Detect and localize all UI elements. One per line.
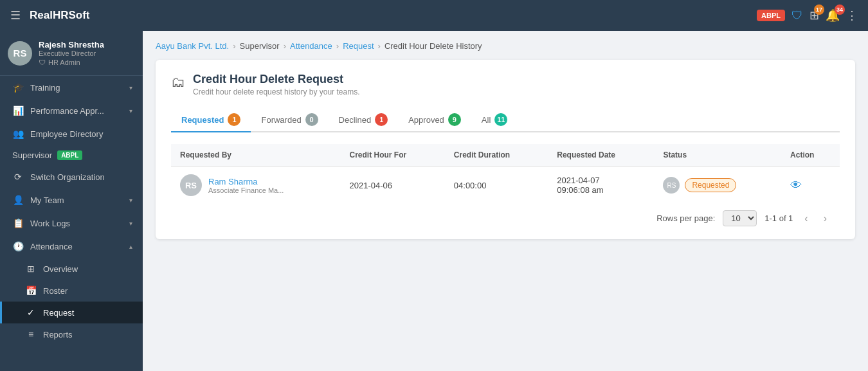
view-action-icon[interactable]: 👁 bbox=[790, 179, 802, 192]
notification-bell[interactable]: 🔔 34 bbox=[826, 8, 840, 23]
roster-label: Roster bbox=[43, 286, 68, 296]
sidebar-item-switch-org[interactable]: ⟳ Switch Organization bbox=[0, 165, 143, 188]
tab-declined-count: 1 bbox=[375, 113, 388, 126]
roster-icon: 📅 bbox=[25, 285, 37, 296]
breadcrumb-sep-1: › bbox=[233, 41, 235, 51]
avatar-initials: RS bbox=[14, 48, 27, 59]
chevron-up-icon: ▴ bbox=[129, 243, 132, 250]
page-title: Credit Hour Delete Request bbox=[193, 73, 359, 86]
breadcrumb-current: Credit Hour Delete History bbox=[384, 41, 482, 51]
page-subtitle: Credit hour delete request history by yo… bbox=[193, 87, 359, 96]
page-header-text: Credit Hour Delete Request Credit hour d… bbox=[193, 73, 359, 96]
employee-info: Ram Sharma Associate Finance Ma... bbox=[208, 177, 284, 194]
directory-icon: 👥 bbox=[12, 129, 24, 139]
breadcrumb-supervisor: Supervisor bbox=[240, 41, 280, 51]
tab-declined[interactable]: Declined 1 bbox=[329, 108, 399, 132]
tab-requested[interactable]: Requested 1 bbox=[171, 108, 251, 132]
sidebar-item-reports[interactable]: ≡ Reports bbox=[0, 323, 143, 345]
requested-date-line1: 2021-04-07 bbox=[557, 176, 645, 185]
tab-approved[interactable]: Approved 9 bbox=[398, 108, 471, 132]
sidebar-item-work-logs[interactable]: 📋 Work Logs ▾ bbox=[0, 212, 143, 235]
topnav-right: ABPL 🛡 ⊞ 17 🔔 34 ⋮ bbox=[757, 8, 858, 23]
next-page-button[interactable]: › bbox=[820, 212, 831, 226]
status-cell: RS Requested bbox=[663, 177, 772, 194]
cell-credit-hour-for: 2021-04-06 bbox=[341, 167, 445, 204]
sidebar-item-my-team[interactable]: 👤 My Team ▾ bbox=[0, 188, 143, 212]
attendance-icon: 🕐 bbox=[12, 241, 24, 251]
overview-icon: ⊞ bbox=[25, 264, 37, 274]
profile-info: Rajesh Shrestha Executive Director 🛡 HR … bbox=[39, 40, 104, 66]
profile-badge-label: HR Admin bbox=[48, 59, 80, 66]
rows-per-page-label: Rows per page: bbox=[656, 213, 715, 223]
top-navigation: ☰ RealHRSoft ABPL 🛡 ⊞ 17 🔔 34 ⋮ bbox=[0, 0, 868, 31]
my-team-icon: 👤 bbox=[12, 195, 24, 205]
more-options-icon[interactable]: ⋮ bbox=[846, 8, 858, 23]
sidebar-item-roster[interactable]: 📅 Roster bbox=[0, 280, 143, 302]
attendance-label: Attendance bbox=[30, 242, 123, 251]
switch-org-label: Switch Organization bbox=[30, 172, 132, 182]
shield-icon: 🛡 bbox=[791, 9, 803, 23]
work-logs-icon: 📋 bbox=[12, 218, 24, 228]
sidebar-item-performance[interactable]: 📊 Performance Appr... ▾ bbox=[0, 99, 143, 122]
cell-status: RS Requested bbox=[654, 167, 781, 204]
col-action: Action bbox=[781, 144, 840, 167]
tab-all[interactable]: All 11 bbox=[471, 108, 518, 132]
col-credit-duration: Credit Duration bbox=[445, 144, 548, 167]
profile-role: Executive Director bbox=[39, 50, 104, 57]
profile-name: Rajesh Shrestha bbox=[39, 40, 104, 50]
col-credit-hour-for: Credit Hour For bbox=[341, 144, 445, 167]
tab-all-label: All bbox=[482, 115, 491, 125]
breadcrumb-attendance[interactable]: Attendance bbox=[290, 41, 332, 51]
prev-page-button[interactable]: ‹ bbox=[800, 212, 811, 226]
grid-icon-button[interactable]: ⊞ 17 bbox=[809, 8, 819, 23]
notification-count: 34 bbox=[835, 5, 845, 15]
table-row: RS Ram Sharma Associate Finance Ma... 20… bbox=[171, 167, 840, 204]
content-area: Aayu Bank Pvt. Ltd. › Supervisor › Atten… bbox=[143, 31, 868, 371]
employee-directory-label: Employee Directory bbox=[30, 129, 132, 139]
rows-per-page-select[interactable]: 10 20 50 bbox=[723, 210, 757, 226]
breadcrumb-sep-2: › bbox=[284, 41, 286, 51]
status-badge: Requested bbox=[685, 178, 736, 192]
tab-forwarded-count: 0 bbox=[305, 113, 318, 126]
work-logs-label: Work Logs bbox=[30, 219, 123, 228]
breadcrumb-sep-3: › bbox=[336, 41, 339, 51]
sidebar-item-employee-directory[interactable]: 👥 Employee Directory bbox=[0, 122, 143, 145]
chevron-down-icon-wl: ▾ bbox=[129, 220, 132, 227]
tab-requested-label: Requested bbox=[181, 115, 224, 125]
tab-all-count: 11 bbox=[494, 113, 507, 126]
tab-forwarded[interactable]: Forwarded 0 bbox=[251, 108, 328, 132]
grid-count: 17 bbox=[814, 5, 824, 15]
sidebar-item-attendance[interactable]: 🕐 Attendance ▴ bbox=[0, 235, 143, 258]
cell-action: 👁 bbox=[781, 167, 840, 204]
training-label: Training bbox=[30, 83, 123, 93]
request-icon: ✓ bbox=[25, 307, 37, 318]
supervisor-row: Supervisor ABPL bbox=[0, 145, 143, 165]
page-card: 🗂 Credit Hour Delete Request Credit hour… bbox=[156, 60, 855, 239]
col-requested-by: Requested By bbox=[171, 144, 341, 167]
tab-approved-count: 9 bbox=[448, 113, 461, 126]
supervisor-badge: ABPL bbox=[57, 150, 82, 160]
cell-employee: RS Ram Sharma Associate Finance Ma... bbox=[171, 167, 341, 204]
col-status: Status bbox=[654, 144, 781, 167]
profile-section: RS Rajesh Shrestha Executive Director 🛡 … bbox=[0, 31, 143, 76]
page-header-icon: 🗂 bbox=[171, 74, 185, 91]
supervisor-label: Supervisor bbox=[12, 150, 52, 160]
sidebar-item-training[interactable]: 🎓 Training ▾ bbox=[0, 76, 143, 99]
reports-label: Reports bbox=[43, 330, 73, 339]
hamburger-icon[interactable]: ☰ bbox=[10, 8, 21, 23]
request-label: Request bbox=[43, 308, 74, 318]
sidebar-item-overview[interactable]: ⊞ Overview bbox=[0, 258, 143, 280]
reports-icon: ≡ bbox=[25, 329, 37, 339]
sidebar: RS Rajesh Shrestha Executive Director 🛡 … bbox=[0, 31, 143, 371]
data-table: Requested By Credit Hour For Credit Dura… bbox=[171, 144, 840, 204]
employee-role: Associate Finance Ma... bbox=[208, 186, 284, 194]
col-requested-date: Requested Date bbox=[548, 144, 654, 167]
sidebar-item-request[interactable]: ✓ Request bbox=[0, 302, 143, 323]
breadcrumb-request[interactable]: Request bbox=[343, 41, 374, 51]
tabs-row: Requested 1 Forwarded 0 Declined 1 Appro… bbox=[171, 108, 840, 132]
breadcrumb-company[interactable]: Aayu Bank Pvt. Ltd. bbox=[156, 41, 229, 51]
tab-forwarded-label: Forwarded bbox=[261, 115, 301, 125]
requested-date-line2: 09:06:08 am bbox=[557, 185, 645, 195]
employee-name[interactable]: Ram Sharma bbox=[208, 177, 284, 186]
overview-label: Overview bbox=[43, 264, 78, 274]
